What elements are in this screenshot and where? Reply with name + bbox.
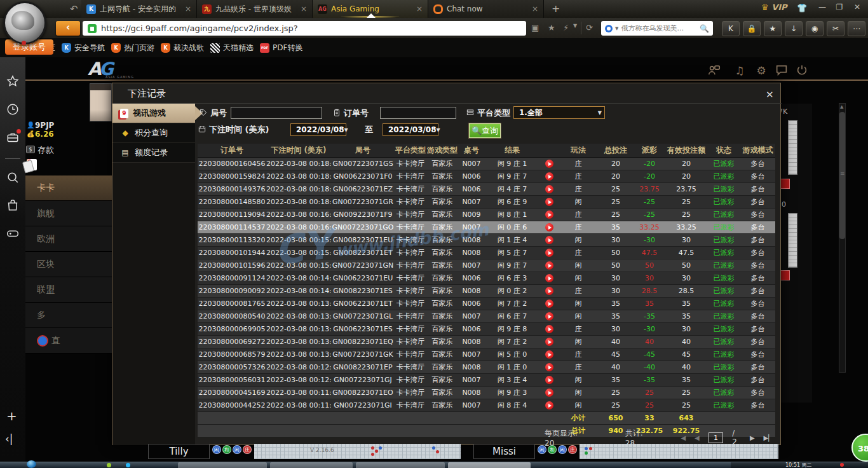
table-row[interactable]: 2203080001190942022-03-08 00:16:16GN0092… (198, 209, 775, 221)
tab-close-icon[interactable]: × (532, 4, 538, 13)
minimize-button[interactable]: — (815, 1, 829, 13)
table-row[interactable]: 2203080001604562022-03-08 00:18:53GN0072… (198, 158, 775, 170)
bookmark-item[interactable]: 天猫精选 (210, 43, 254, 53)
chevron-down-icon[interactable]: ▼ (573, 23, 577, 29)
play-icon[interactable] (545, 363, 553, 371)
tab-close-icon[interactable]: × (301, 4, 307, 13)
url-bar[interactable]: https://gci.9paff.com/agingame/pcv2/inde… (83, 21, 526, 36)
refresh-icon[interactable]: ⟳ (586, 23, 593, 32)
browser-tab[interactable]: K上网导航 - 安全实用的× (81, 0, 197, 18)
vip-badge[interactable]: ♛ VIP (761, 3, 787, 12)
prev-page-icon[interactable]: ◀ (695, 434, 700, 441)
bookmark-item[interactable]: K热门页游 (111, 43, 154, 53)
table-row[interactable]: 2203080000805402022-03-08 00:13:52GN0072… (198, 310, 775, 323)
table-row[interactable]: 2203080000692722022-03-08 00:13:09GN0082… (198, 336, 775, 348)
toolbar-button[interactable]: ◉ (806, 21, 824, 36)
modal-menu-doc[interactable]: ▤额度记录 (112, 143, 195, 163)
date-from-select[interactable]: 2022/03/08▼ (290, 123, 346, 136)
play-icon[interactable] (545, 185, 553, 193)
query-button[interactable]: 🔍查询 (469, 123, 501, 138)
play-icon[interactable] (545, 261, 553, 270)
play-icon[interactable] (545, 401, 553, 410)
search-text[interactable]: 俄方称在乌发现美... (621, 24, 697, 33)
titlebar-back-icon[interactable]: ↶ (70, 3, 78, 15)
table-row[interactable]: 2203080000699052022-03-08 00:13:12GN0062… (198, 323, 775, 336)
lobby-menu-item[interactable]: 区块 (25, 252, 112, 277)
toolbar-button[interactable]: 🔒 (743, 21, 761, 36)
tab-close-icon[interactable]: × (185, 4, 191, 13)
taskbar-app-button[interactable] (270, 462, 353, 468)
taskbar-app-icon[interactable] (126, 463, 130, 467)
new-tab-button[interactable]: + (552, 3, 560, 15)
lightning-icon[interactable]: ⚡ (563, 23, 569, 32)
play-icon[interactable] (545, 172, 553, 181)
close-window-button[interactable]: ✕ (850, 1, 864, 13)
browser-tab[interactable]: 九九品娱乐 - 世界顶级娱× (197, 0, 313, 18)
music-icon[interactable]: ♫ (732, 63, 747, 78)
table-row[interactable]: 2203080000451692022-03-08 00:11:40GN0082… (198, 387, 775, 399)
table-row[interactable]: 2203080000911242022-03-08 00:14:32GN0062… (198, 272, 775, 285)
table-row[interactable]: 2203080001015962022-03-08 00:15:14GN0072… (198, 259, 775, 272)
page-number-input[interactable]: 1 (709, 432, 723, 443)
play-icon[interactable] (545, 236, 553, 244)
play-icon[interactable] (545, 312, 553, 320)
tab-close-icon[interactable]: × (416, 4, 423, 13)
play-icon[interactable] (545, 210, 553, 219)
lobby-menu-item[interactable]: 联盟 (25, 277, 112, 303)
page-scrollbar-thumb[interactable] (839, 112, 845, 239)
play-icon[interactable] (545, 274, 553, 282)
toolbar-button[interactable]: K (722, 21, 740, 36)
table-row[interactable]: 2203080000560312022-03-08 00:12:20GN0072… (198, 374, 775, 387)
order-no-input[interactable] (380, 107, 456, 119)
table-row[interactable]: 2203080000817652022-03-08 00:13:55GN0062… (198, 298, 775, 310)
table-row[interactable]: 2203080001145372022-03-08 00:16:00GN0072… (198, 221, 775, 234)
toolbar-button[interactable]: ★ (764, 21, 782, 36)
history-clock-icon[interactable] (6, 102, 20, 116)
play-icon[interactable] (545, 389, 553, 397)
toolbar-button[interactable]: ✂ (827, 21, 844, 36)
play-icon[interactable] (545, 299, 553, 308)
deposit-label[interactable]: 存款 (37, 144, 54, 156)
lobby-menu-item[interactable]: 卡卡 (25, 176, 112, 201)
power-icon[interactable] (794, 63, 810, 78)
bookmark-item[interactable]: K安全导航 (62, 43, 105, 53)
table-row[interactable]: 2203080000573262022-03-08 00:12:24GN0082… (198, 361, 775, 374)
chat-icon[interactable] (774, 63, 789, 78)
browser-logo-icon[interactable] (3, 1, 46, 45)
shopping-bag-icon[interactable] (6, 198, 20, 212)
back-button[interactable]: ‹ (56, 21, 80, 36)
maximize-button[interactable]: ❐ (832, 1, 846, 13)
browser-tab[interactable]: AGAsia Gaming× (313, 0, 428, 18)
bookmark-star-icon[interactable]: ★ (548, 23, 555, 32)
taskbar-app-button[interactable] (178, 462, 267, 468)
chevron-down-icon[interactable]: ▼ (615, 26, 618, 31)
date-to-select[interactable]: 2022/03/08▼ (383, 123, 438, 136)
collapse-panel-icon[interactable]: ‹| (5, 432, 13, 445)
taskbar-app-button-active[interactable] (448, 462, 531, 468)
play-icon[interactable] (545, 325, 553, 333)
table-row[interactable]: 2203080000685792022-03-08 00:13:07GN0072… (198, 348, 775, 361)
play-icon[interactable] (545, 338, 553, 346)
play-icon[interactable] (545, 287, 553, 295)
table-row[interactable]: 2203080000900922022-03-08 00:14:29GN0082… (198, 285, 775, 298)
last-page-icon[interactable]: ▶▏ (764, 434, 773, 441)
play-icon[interactable] (545, 198, 553, 206)
table-row[interactable]: 2203080001598242022-03-08 00:18:51GN0062… (198, 170, 775, 183)
close-icon[interactable]: ✕ (766, 89, 774, 100)
lobby-menu-item[interactable]: 多 (25, 303, 112, 328)
gamepad-icon[interactable] (6, 226, 20, 240)
start-button[interactable] (27, 460, 36, 468)
table-row[interactable]: 2203080000442522022-03-08 00:11:37GN0072… (198, 399, 775, 412)
play-icon[interactable] (545, 223, 553, 231)
play-icon[interactable] (545, 376, 553, 384)
modal-menu-cards[interactable]: 9视讯游戏 (112, 104, 195, 123)
play-icon[interactable] (545, 350, 553, 359)
snapshot-icon[interactable]: ▣ (531, 23, 539, 32)
browser-tab[interactable]: Chat now× (428, 0, 544, 18)
scroll-up-arrow[interactable]: ▲ (840, 104, 843, 109)
gear-icon[interactable]: ⚙ (754, 63, 769, 78)
lobby-menu-item[interactable]: 欧洲 (25, 226, 112, 252)
support-icon[interactable] (707, 63, 722, 78)
bookmark-item[interactable]: PDFPDF转换 (260, 43, 302, 53)
taskbar-app-button[interactable] (356, 462, 445, 468)
